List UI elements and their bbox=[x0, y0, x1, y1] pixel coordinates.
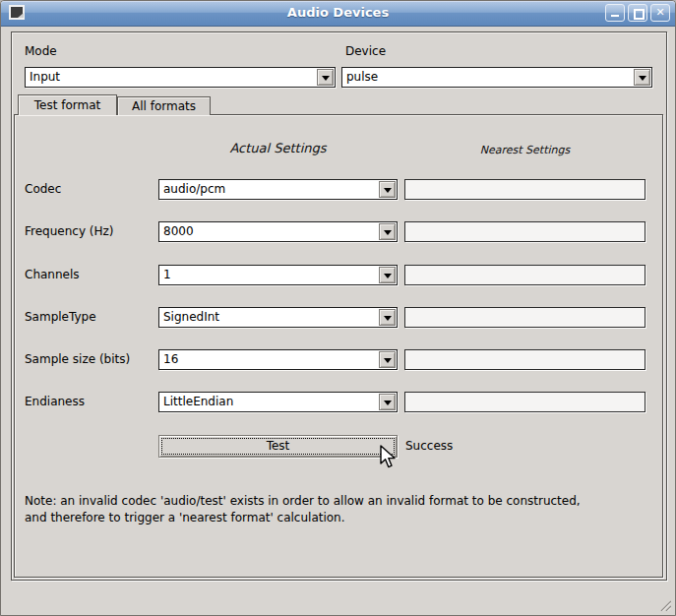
maximize-icon bbox=[634, 9, 645, 20]
window-title: Audio Devices bbox=[1, 5, 675, 20]
frequency-dropdown-button[interactable] bbox=[379, 223, 396, 240]
codec-label: Codec bbox=[25, 182, 61, 196]
mode-value: Input bbox=[30, 70, 60, 84]
note-line-1: Note: an invalid codec 'audio/test' exis… bbox=[25, 493, 581, 510]
samplesize-dropdown-button[interactable] bbox=[379, 351, 396, 368]
close-button[interactable]: ✕ bbox=[650, 4, 670, 22]
frequency-nearest-field bbox=[404, 221, 645, 242]
test-button[interactable]: Test bbox=[158, 435, 398, 458]
mode-dropdown-button[interactable] bbox=[317, 69, 334, 86]
endianess-dropdown-button[interactable] bbox=[379, 394, 396, 410]
sampletype-combobox[interactable]: SignedInt bbox=[158, 307, 398, 328]
frequency-value: 8000 bbox=[163, 224, 194, 238]
note-text: Note: an invalid codec 'audio/test' exis… bbox=[25, 493, 581, 526]
device-combobox[interactable]: pulse bbox=[341, 67, 652, 88]
device-value: pulse bbox=[346, 70, 378, 84]
status-text: Success bbox=[405, 439, 453, 453]
endianess-label: Endianess bbox=[25, 395, 85, 408]
note-line-2: and therefore to trigger a 'nearest form… bbox=[25, 510, 581, 526]
device-dropdown-button[interactable] bbox=[634, 69, 650, 86]
codec-combobox[interactable]: audio/pcm bbox=[158, 179, 398, 200]
minimize-button[interactable] bbox=[605, 4, 625, 22]
chevron-down-icon bbox=[384, 188, 392, 193]
frequency-combobox[interactable]: 8000 bbox=[158, 221, 398, 242]
channels-label: Channels bbox=[25, 268, 80, 281]
channels-value: 1 bbox=[163, 268, 171, 281]
chevron-down-icon bbox=[384, 230, 392, 235]
close-icon: ✕ bbox=[655, 6, 664, 19]
maximize-button[interactable] bbox=[628, 4, 647, 22]
endianess-combobox[interactable]: LittleEndian bbox=[158, 392, 398, 412]
codec-nearest-field bbox=[404, 179, 645, 200]
channels-combobox[interactable]: 1 bbox=[158, 265, 398, 285]
sampletype-dropdown-button[interactable] bbox=[379, 309, 396, 326]
endianess-nearest-field bbox=[404, 392, 645, 412]
chevron-down-icon bbox=[639, 76, 646, 81]
samplesize-nearest-field bbox=[404, 349, 645, 370]
codec-dropdown-button[interactable] bbox=[379, 181, 396, 198]
samplesize-combobox[interactable]: 16 bbox=[158, 349, 398, 370]
samplesize-label: Sample size (bits) bbox=[25, 352, 130, 366]
mode-label: Mode bbox=[25, 44, 57, 58]
sampletype-nearest-field bbox=[404, 307, 645, 328]
endianess-value: LittleEndian bbox=[163, 395, 233, 408]
chevron-down-icon bbox=[384, 400, 392, 405]
sampletype-value: SignedInt bbox=[163, 310, 219, 324]
title-bar[interactable]: Audio Devices ✕ bbox=[1, 1, 675, 27]
audio-devices-window: Audio Devices ✕ Mode Input Device pulse … bbox=[0, 0, 676, 616]
channels-nearest-field bbox=[404, 265, 645, 285]
chevron-down-icon bbox=[384, 316, 392, 321]
samplesize-value: 16 bbox=[163, 352, 178, 366]
codec-value: audio/pcm bbox=[163, 182, 225, 196]
tab-all-formats[interactable]: All formats bbox=[117, 96, 211, 115]
tab-test-format[interactable]: Test format bbox=[18, 94, 117, 115]
device-label: Device bbox=[345, 44, 386, 58]
channels-dropdown-button[interactable] bbox=[379, 267, 396, 283]
chevron-down-icon bbox=[322, 76, 330, 81]
sampletype-label: SampleType bbox=[25, 310, 96, 324]
actual-settings-header: Actual Settings bbox=[158, 141, 398, 155]
mouse-cursor-icon bbox=[379, 445, 397, 470]
chevron-down-icon bbox=[384, 274, 392, 278]
frequency-label: Frequency (Hz) bbox=[25, 224, 114, 238]
nearest-settings-header: Nearest Settings bbox=[404, 144, 645, 156]
window-controls: ✕ bbox=[605, 4, 670, 22]
resize-grip[interactable] bbox=[657, 597, 671, 611]
chevron-down-icon bbox=[384, 358, 392, 363]
minimize-icon bbox=[611, 15, 619, 17]
mode-combobox[interactable]: Input bbox=[25, 67, 336, 88]
